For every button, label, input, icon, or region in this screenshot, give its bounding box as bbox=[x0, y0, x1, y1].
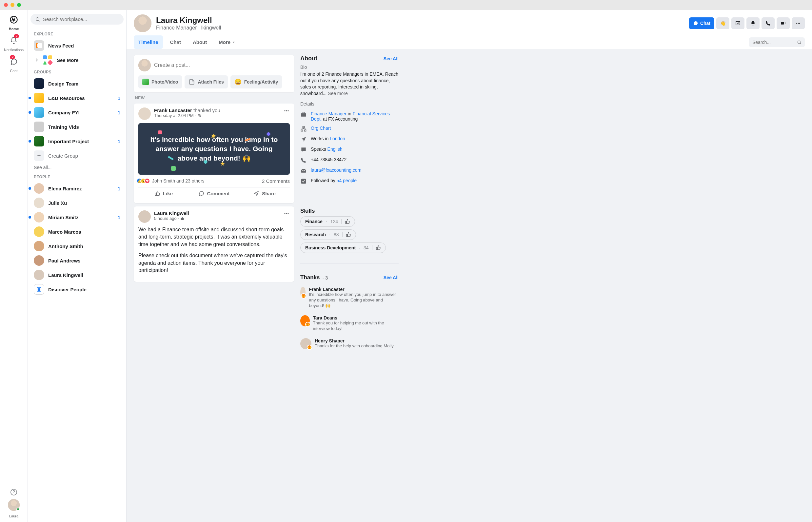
tab-timeline[interactable]: Timeline bbox=[134, 35, 163, 49]
comment-button[interactable]: Comment bbox=[189, 187, 239, 199]
skill-pill[interactable]: Finance · 124 bbox=[300, 216, 355, 227]
video-button[interactable] bbox=[777, 17, 790, 29]
dots-icon bbox=[795, 20, 801, 26]
globe-icon bbox=[197, 114, 201, 118]
sidebar-person-item[interactable]: Marco Marcos bbox=[31, 224, 124, 239]
search-input[interactable] bbox=[43, 16, 119, 22]
share-button[interactable]: Share bbox=[239, 187, 290, 199]
notif-button[interactable] bbox=[747, 17, 759, 29]
svg-point-16 bbox=[286, 213, 287, 214]
endorse-button[interactable] bbox=[372, 245, 384, 250]
comment-icon bbox=[198, 190, 204, 196]
post-time[interactable]: 5 hours ago bbox=[154, 216, 177, 221]
post-author[interactable]: Frank Lancaster bbox=[154, 107, 192, 113]
avatar bbox=[34, 212, 44, 222]
avatar[interactable] bbox=[138, 107, 151, 120]
profile-search-input[interactable] bbox=[752, 40, 795, 45]
rail-notifications[interactable]: 2 Notifications bbox=[4, 35, 24, 52]
skill-pill[interactable]: Research · 88 bbox=[300, 229, 356, 240]
email-link[interactable]: laura@fxaccounting.com bbox=[311, 167, 361, 173]
post-author[interactable]: Laura Kingwell bbox=[154, 210, 189, 216]
unread-count: 1 bbox=[118, 186, 120, 192]
rail-chat[interactable]: 2 Chat bbox=[8, 56, 20, 73]
sidebar-person-item[interactable]: Miriam Smitz1 bbox=[31, 210, 124, 224]
sidebar-person-item[interactable]: Elena Ramirez1 bbox=[31, 181, 124, 196]
chat-button[interactable]: Chat bbox=[689, 17, 714, 29]
composer-input[interactable] bbox=[154, 62, 290, 68]
endorse-button[interactable] bbox=[342, 232, 354, 237]
sidebar-item-newsfeed[interactable]: News Feed bbox=[31, 38, 124, 53]
like-button[interactable]: Like bbox=[138, 187, 189, 199]
composer-photo-chip[interactable]: Photo/Video bbox=[138, 75, 182, 88]
post-menu-button[interactable] bbox=[283, 107, 290, 120]
sidebar-item-seemore[interactable]: See More bbox=[31, 53, 124, 67]
detail-followers: Followed by 54 people bbox=[300, 176, 399, 186]
thank-item[interactable]: 🙌Henry ShaperThanks for the help with on… bbox=[300, 335, 399, 353]
sidebar-item-create-group[interactable]: Create Group bbox=[31, 148, 124, 163]
post-paragraph: Please check out this document where we'… bbox=[138, 252, 290, 274]
window-close-icon[interactable] bbox=[4, 3, 8, 7]
thank-item[interactable]: 🙌Frank LancasterIt's incredible how ofte… bbox=[300, 283, 399, 312]
rail-home[interactable]: Home bbox=[8, 14, 20, 31]
profile-name: Laura Kingwell bbox=[156, 16, 221, 25]
wave-button[interactable]: 👋 bbox=[716, 17, 729, 29]
avatar bbox=[138, 59, 151, 72]
sidebar-person-item[interactable]: Paul Andrews bbox=[31, 253, 124, 268]
detail-orgchart[interactable]: Org Chart bbox=[300, 123, 399, 134]
see-all-link[interactable]: See all... bbox=[31, 163, 124, 172]
phone-icon bbox=[765, 20, 771, 26]
sidebar-group-item[interactable]: L&D Resources1 bbox=[31, 91, 124, 105]
sidebar-group-item[interactable]: Important Project1 bbox=[31, 134, 124, 148]
window-zoom-icon[interactable] bbox=[17, 3, 21, 7]
see-all-link[interactable]: See All bbox=[383, 56, 399, 61]
sidebar-group-item[interactable]: Design Team bbox=[31, 76, 124, 91]
thanks-text: It's incredible how often you jump in to… bbox=[147, 135, 281, 163]
sidebar-item-label: Design Team bbox=[48, 81, 120, 86]
thank-item[interactable]: 🙌Tara DeansThank you for helping me out … bbox=[300, 312, 399, 335]
rail-user-avatar[interactable] bbox=[8, 499, 20, 511]
reactions-icons[interactable]: 👍😮❤ bbox=[138, 178, 150, 184]
detail-language: Speaks English bbox=[300, 144, 399, 155]
tasks-button[interactable] bbox=[731, 17, 745, 29]
chip-label: Attach Files bbox=[198, 79, 223, 84]
help-icon[interactable] bbox=[10, 488, 17, 496]
search-input-wrapper[interactable] bbox=[31, 14, 124, 25]
tab-more[interactable]: More bbox=[214, 35, 240, 49]
avatar[interactable] bbox=[138, 210, 151, 223]
svg-point-15 bbox=[284, 213, 285, 214]
tab-about[interactable]: About bbox=[188, 35, 212, 49]
more-button[interactable] bbox=[792, 17, 805, 29]
see-more-link[interactable]: See more bbox=[328, 91, 348, 96]
sidebar-group-item[interactable]: Company FYI1 bbox=[31, 105, 124, 120]
post-time[interactable]: Thursday at 2:04 PM bbox=[154, 113, 194, 118]
sidebar-person-item[interactable]: Anthony Smith bbox=[31, 239, 124, 253]
svg-rect-20 bbox=[301, 130, 303, 132]
tab-chat[interactable]: Chat bbox=[165, 35, 185, 49]
city-link[interactable]: London bbox=[330, 136, 345, 141]
endorse-button[interactable] bbox=[341, 219, 353, 224]
sidebar-person-item[interactable]: Laura Kingwell bbox=[31, 268, 124, 282]
avatar: 🙌 bbox=[300, 338, 312, 349]
call-button[interactable] bbox=[761, 17, 775, 29]
details-label: Details bbox=[300, 101, 399, 106]
window-minimize-icon[interactable] bbox=[11, 3, 15, 7]
composer-attach-chip[interactable]: Attach Files bbox=[184, 75, 227, 88]
profile-avatar[interactable] bbox=[134, 15, 152, 32]
followers-link[interactable]: 54 people bbox=[337, 178, 357, 183]
reactions-text[interactable]: John Smith and 23 others bbox=[152, 178, 204, 183]
thanks-title: Thanks bbox=[300, 274, 320, 281]
sidebar-item-label: Important Project bbox=[48, 139, 114, 144]
post-menu-button[interactable] bbox=[283, 210, 290, 223]
lang-link[interactable]: English bbox=[328, 146, 342, 152]
org-chart-link[interactable]: Org Chart bbox=[311, 125, 331, 131]
detail-phone: +44 73845 38472 bbox=[300, 155, 399, 165]
profile-search-wrapper[interactable] bbox=[749, 37, 805, 47]
role-link[interactable]: Finance Manager bbox=[311, 111, 346, 116]
skill-pill[interactable]: Business Development · 34 bbox=[300, 242, 386, 253]
sidebar-group-item[interactable]: Training Vids bbox=[31, 120, 124, 134]
composer-feeling-chip[interactable]: 😀Feeling/Activity bbox=[231, 75, 282, 88]
see-all-link[interactable]: See All bbox=[383, 275, 399, 280]
sidebar-item-discover[interactable]: Discover People bbox=[31, 282, 124, 297]
sidebar-person-item[interactable]: Julie Xu bbox=[31, 196, 124, 210]
comments-count[interactable]: 2 Comments bbox=[262, 178, 290, 184]
